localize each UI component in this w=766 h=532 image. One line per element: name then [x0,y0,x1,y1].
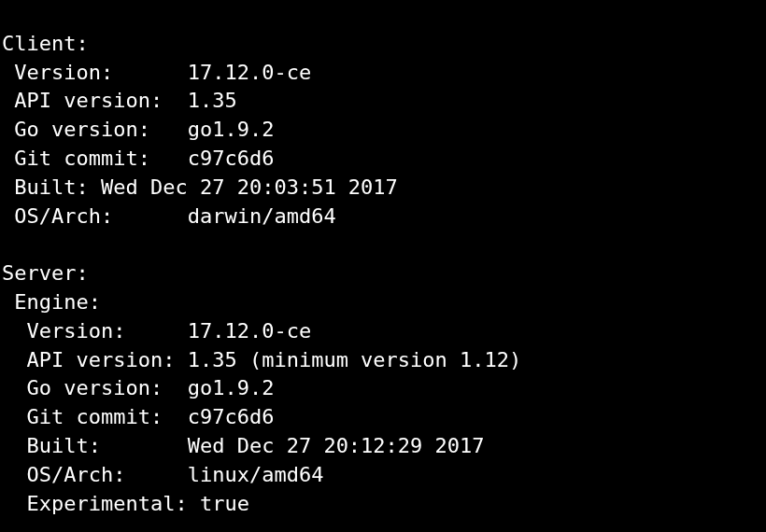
engine-header: Engine: [2,290,101,314]
value: go1.9.2 [188,376,275,399]
value: darwin/amd64 [188,204,336,228]
label: Go version: [2,376,163,399]
label: Go version: [2,118,150,141]
value: Wed Dec 27 20:12:29 2017 [188,434,485,457]
server-row: Version: 17.12.0-ce [2,319,311,343]
value: Wed Dec 27 20:03:51 2017 [101,175,398,199]
server-row: Git commit: c97c6d6 [2,405,274,428]
label: Version: [2,319,125,343]
value: 1.35 (minimum version 1.12) [188,348,522,371]
label: Built: [2,434,101,457]
client-row: API version: 1.35 [2,89,237,112]
client-row: OS/Arch: darwin/amd64 [2,204,336,228]
label: API version: [2,348,175,371]
label: Version: [2,61,113,84]
server-row: OS/Arch: linux/amd64 [2,463,323,486]
client-row: Built: Wed Dec 27 20:03:51 2017 [2,175,398,199]
server-row: Experimental: true [2,492,249,515]
label: OS/Arch: [2,463,125,486]
server-row: API version: 1.35 (minimum version 1.12) [2,348,521,371]
server-row: Built: Wed Dec 27 20:12:29 2017 [2,434,485,457]
label: Built: [2,175,89,199]
value: 1.35 [188,89,237,112]
label: API version: [2,89,163,112]
client-row: Version: 17.12.0-ce [2,61,311,84]
label: OS/Arch: [2,204,113,228]
blank-line [2,232,14,256]
label: Experimental: [2,492,188,515]
label: Git commit: [2,405,163,428]
client-row: Git commit: c97c6d6 [2,147,274,170]
server-row: Go version: go1.9.2 [2,376,274,399]
client-header: Client: [2,32,89,55]
value: linux/amd64 [188,463,324,486]
value: 17.12.0-ce [188,61,311,84]
value: c97c6d6 [188,405,275,428]
server-header: Server: [2,261,89,285]
value: 17.12.0-ce [188,319,311,343]
client-row: Go version: go1.9.2 [2,118,274,141]
terminal-output: Client: Version: 17.12.0-ce API version:… [0,0,766,519]
value: true [200,492,249,515]
value: go1.9.2 [188,118,275,141]
value: c97c6d6 [188,147,275,170]
label: Git commit: [2,147,150,170]
